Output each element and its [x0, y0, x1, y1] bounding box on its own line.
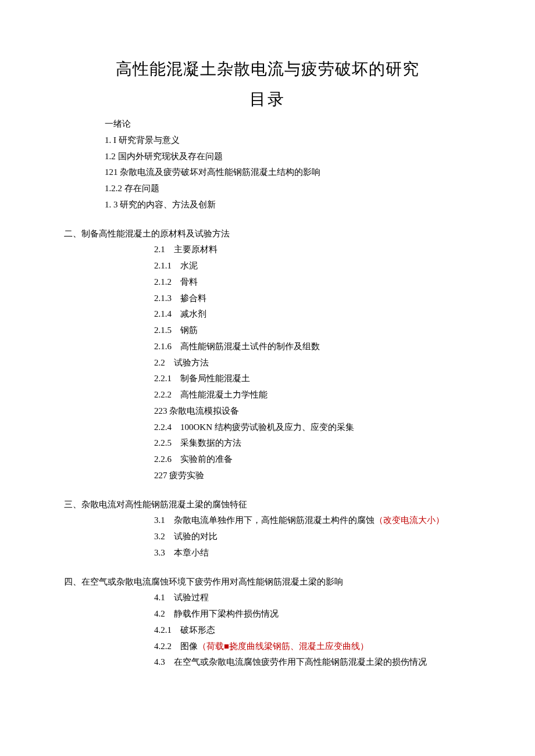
toc-item: 2.1.4 减水剂: [64, 306, 471, 323]
toc-heading: 四、在空气或杂散电流腐蚀环境下疲劳作用对高性能钢筋混凝土梁的影响: [64, 574, 471, 590]
toc-item: 4.1 试验过程: [64, 590, 471, 606]
toc-item: 3.1 杂散电流单独作用下，高性能钢筋混凝土构件的腐蚀（改变电流大小）: [64, 513, 471, 529]
toc-item: 2.2.5 采集数据的方法: [64, 435, 471, 452]
toc-item: 121 杂散电流及疲劳破坏对高性能钢筋混凝土结构的影响: [64, 164, 471, 181]
toc-heading: 二、制备高性能混凝土的原材料及试验方法: [64, 226, 471, 242]
toc-item-text: 3.1 杂散电流单独作用下，高性能钢筋混凝土构件的腐蚀: [154, 515, 374, 525]
document-page: 高性能混凝土杂散电流与疲劳破坏的研究 目录 一绪论 1. I 研究背景与意义 1…: [0, 0, 535, 718]
toc-item: 2.1 主要原材料: [64, 242, 471, 258]
toc-item: 4.2 静载作用下梁构件损伤情况: [64, 606, 471, 622]
toc-item: 2.1.6 高性能钢筋混凝土试件的制作及组数: [64, 339, 471, 355]
toc-item: 2.1.2 骨料: [64, 274, 471, 291]
toc-item: 227 疲劳实验: [64, 468, 471, 484]
toc-item: 1. 3 研究的内容、方法及创新: [64, 197, 471, 213]
toc-item: 2.2.1 制备局性能混凝土: [64, 371, 471, 387]
toc-item: 2.1.5 钢筋: [64, 323, 471, 339]
toc-item: 1.2.2 存在问题: [64, 181, 471, 197]
toc-item-note: （荷载■挠度曲线梁钢筋、混凝土应变曲线）: [198, 642, 369, 651]
toc-item: 2.2.4 100OKN 结构疲劳试验机及应力、应变的采集: [64, 420, 471, 436]
toc-item: 3.2 试验的对比: [64, 529, 471, 545]
toc-item: 4.2.2 图像（荷载■挠度曲线梁钢筋、混凝土应变曲线）: [64, 639, 471, 655]
toc-item: 223 杂散电流模拟设备: [64, 403, 471, 420]
toc-item: 2.1.3 掺合料: [64, 291, 471, 307]
toc-item: 1. I 研究背景与意义: [64, 132, 471, 149]
toc-item: 2.2 试验方法: [64, 355, 471, 371]
section-3: 三、杂散电流对高性能钢筋混凝土梁的腐蚀特征 3.1 杂散电流单独作用下，高性能钢…: [64, 497, 471, 561]
toc-title: 目录: [64, 88, 471, 110]
toc-item-note: （改变电流大小）: [374, 515, 444, 525]
toc-item: 2.2.2 高性能混凝土力学性能: [64, 387, 471, 403]
section-2: 二、制备高性能混凝土的原材料及试验方法 2.1 主要原材料 2.1.1 水泥 2…: [64, 226, 471, 484]
toc-item: 4.3 在空气或杂散电流腐蚀疲劳作用下高性能钢筋混凝土梁的损伤情况: [64, 654, 471, 671]
section-1: 一绪论 1. I 研究背景与意义 1.2 国内外研究现状及存在问题 121 杂散…: [64, 116, 471, 213]
toc-item-text: 4.2.2 图像: [154, 642, 198, 651]
section-4: 四、在空气或杂散电流腐蚀环境下疲劳作用对高性能钢筋混凝土梁的影响 4.1 试验过…: [64, 574, 471, 671]
toc-item: 3.3 本章小结: [64, 545, 471, 561]
toc-item: 2.1.1 水泥: [64, 258, 471, 274]
toc-item: 1.2 国内外研究现状及存在问题: [64, 149, 471, 165]
toc-heading: 一绪论: [64, 116, 471, 132]
document-title: 高性能混凝土杂散电流与疲劳破坏的研究: [64, 58, 471, 80]
toc-heading: 三、杂散电流对高性能钢筋混凝土梁的腐蚀特征: [64, 497, 471, 513]
toc-item: 2.2.6 实验前的准备: [64, 452, 471, 468]
toc-item: 4.2.1 破坏形态: [64, 622, 471, 639]
